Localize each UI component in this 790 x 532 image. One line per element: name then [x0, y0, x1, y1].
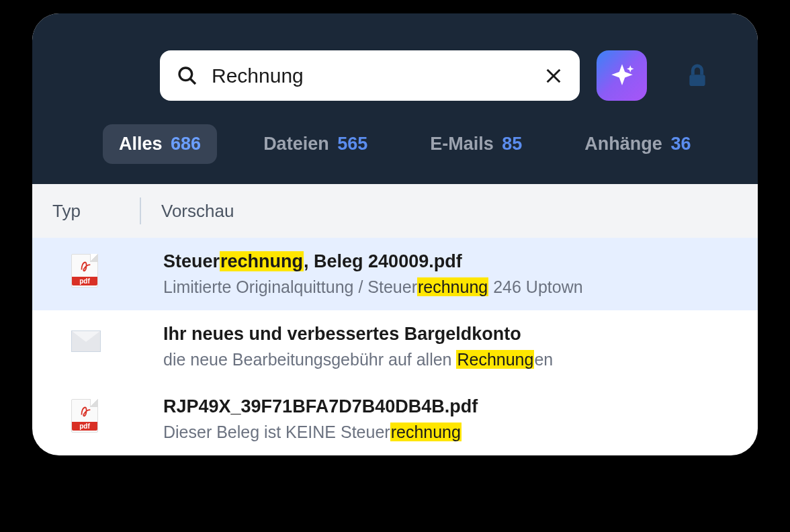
lock-icon [684, 62, 711, 89]
pdf-icon: pdf [71, 399, 98, 433]
tab-label: Dateien [263, 134, 329, 154]
tab-count: 565 [337, 134, 367, 154]
tab-count: 36 [670, 134, 691, 154]
result-icon-cell: pdf [52, 251, 163, 287]
result-text-cell: RJP49X_39F71BFA7D7B40DB4B.pdf Dieser Bel… [163, 396, 738, 442]
header: Alles 686 Dateien 565 E-Mails 85 Anhänge… [32, 13, 758, 184]
svg-point-0 [179, 68, 192, 81]
results-list: pdf Steuerrechnung, Beleg 240009.pdf Lim… [32, 238, 758, 455]
tab-all[interactable]: Alles 686 [103, 124, 217, 164]
result-snippet: Dieser Beleg ist KEINE Steuerrechnung [163, 423, 738, 442]
result-row[interactable]: pdf RJP49X_39F71BFA7D7B40DB4B.pdf Dieser… [32, 383, 758, 455]
result-snippet: Limitierte Originalquittung / Steuerrech… [163, 277, 738, 297]
ai-sparkle-button[interactable] [597, 50, 647, 101]
column-header: Typ Vorschau [32, 184, 758, 238]
search-icon [177, 65, 198, 87]
result-text-cell: Steuerrechnung, Beleg 240009.pdf Limitie… [163, 251, 738, 297]
column-preview: Vorschau [161, 201, 234, 222]
tab-label: E-Mails [430, 134, 494, 154]
result-text-cell: Ihr neues und verbessertes Bargeldkonto … [163, 324, 738, 369]
result-icon-cell [52, 324, 163, 352]
tab-label: Anhänge [584, 134, 662, 154]
column-type: Typ [52, 201, 140, 222]
tab-files[interactable]: Dateien 565 [247, 124, 384, 164]
search-row [160, 50, 731, 101]
search-input[interactable] [212, 64, 544, 87]
result-snippet: die neue Bearbeitungsgebühr auf allen Re… [163, 350, 738, 369]
tab-label: Alles [119, 134, 163, 154]
tab-attachments[interactable]: Anhänge 36 [568, 124, 707, 164]
result-title: RJP49X_39F71BFA7D7B40DB4B.pdf [163, 396, 738, 417]
result-row[interactable]: Ihr neues und verbessertes Bargeldkonto … [32, 310, 758, 383]
svg-rect-4 [689, 75, 705, 86]
result-title: Ihr neues und verbessertes Bargeldkonto [163, 324, 738, 345]
result-icon-cell: pdf [52, 396, 163, 433]
svg-line-1 [190, 79, 195, 84]
tab-count: 686 [171, 134, 201, 154]
sparkle-icon [608, 62, 636, 90]
tab-count: 85 [502, 134, 522, 154]
column-divider [140, 197, 141, 224]
pdf-icon: pdf [71, 254, 98, 287]
mail-icon [71, 330, 101, 352]
result-row[interactable]: pdf Steuerrechnung, Beleg 240009.pdf Lim… [32, 238, 758, 310]
search-box[interactable] [160, 50, 580, 101]
search-window: Alles 686 Dateien 565 E-Mails 85 Anhänge… [32, 13, 758, 455]
result-title: Steuerrechnung, Beleg 240009.pdf [163, 251, 738, 272]
filter-tabs: Alles 686 Dateien 565 E-Mails 85 Anhänge… [103, 124, 731, 164]
tab-emails[interactable]: E-Mails 85 [414, 124, 538, 164]
clear-icon[interactable] [544, 66, 563, 85]
